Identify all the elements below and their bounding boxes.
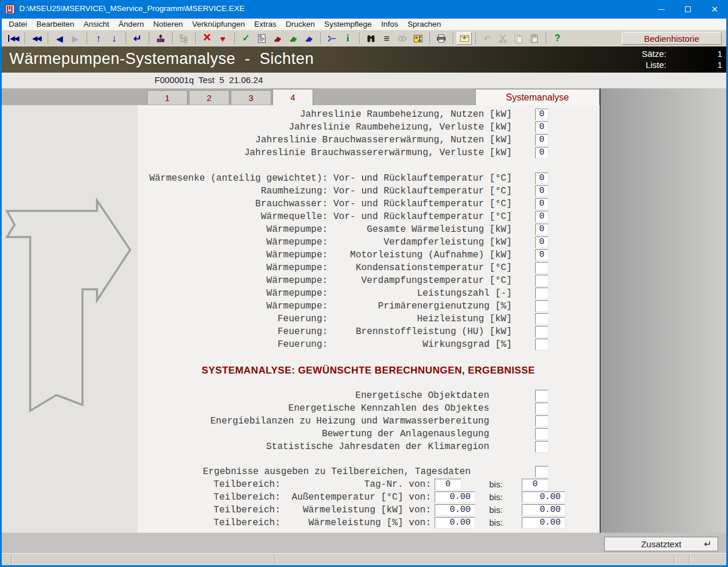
field-label: Wärmepumpe: Kondensationstemperatur [°C]: [138, 261, 512, 274]
image-icon[interactable]: [410, 31, 426, 45]
menu-item-notieren[interactable]: Notieren: [149, 19, 188, 30]
menu-item-bearbeiten[interactable]: Bearbeiten: [32, 19, 79, 30]
info-icon[interactable]: i: [340, 31, 356, 45]
delete-icon[interactable]: ×: [199, 31, 215, 45]
option-field[interactable]: [535, 403, 548, 414]
value-field[interactable]: [535, 339, 548, 350]
fast-back-icon[interactable]: ◀◀: [28, 31, 44, 45]
option-field[interactable]: [535, 428, 548, 440]
value-field[interactable]: 0: [535, 109, 548, 120]
bottom-strip: Zusatztext ↵: [2, 533, 726, 553]
fast-back-glyph: ◀◀: [32, 35, 40, 42]
mail-icon[interactable]: [457, 32, 472, 45]
tab-systemanalyse[interactable]: Systemanalyse: [475, 89, 600, 105]
menu-item-sprachen[interactable]: Sprachen: [403, 19, 446, 30]
document-icon[interactable]: [254, 31, 270, 45]
value-field[interactable]: 0: [535, 185, 548, 197]
tree-view-icon: [176, 31, 192, 45]
value-field[interactable]: 0: [535, 236, 548, 248]
form-row: Jahreslinie Brauchwassererwärmung, Verlu…: [138, 146, 600, 159]
menu-item-ansicht[interactable]: Ansicht: [79, 19, 114, 30]
menu-item-drucken[interactable]: Drucken: [281, 19, 320, 30]
confirm-icon[interactable]: ✓: [238, 31, 254, 45]
option-field[interactable]: [535, 390, 548, 401]
menu-item-ndern[interactable]: Ändern: [114, 19, 149, 30]
form-row: Energetische Objektdaten: [138, 389, 600, 402]
field-label: Jahreslinie Raumbeheizung, Nutzen [kW]: [138, 108, 512, 121]
form-row: Wärmepumpe: Leistungszahl [-]: [138, 287, 600, 300]
value-field[interactable]: [535, 326, 548, 338]
import-icon[interactable]: [153, 31, 168, 45]
menu-item-datei[interactable]: Datei: [4, 19, 32, 30]
minimize-icon: [658, 9, 665, 10]
flow-arrow-graphic: [2, 105, 138, 533]
value-field[interactable]: [535, 300, 548, 312]
back-icon[interactable]: ◀: [52, 31, 67, 45]
copy-icon: [511, 31, 526, 45]
menu-item-extras[interactable]: Extras: [250, 19, 281, 30]
toolbar-separator: [83, 33, 91, 44]
squirrel-blue-icon[interactable]: [301, 31, 317, 45]
close-button[interactable]: ×: [701, 0, 728, 19]
value-field[interactable]: 0: [535, 173, 548, 184]
value-field[interactable]: 0: [535, 224, 548, 235]
form-row: Wärmepumpe: Verdampferleistung [kW]0: [138, 236, 600, 249]
forward-glyph: ▶: [72, 34, 79, 43]
value-field[interactable]: 0: [535, 134, 548, 146]
von-field[interactable]: 0: [435, 479, 461, 490]
search-binoculars-icon[interactable]: [363, 31, 379, 45]
field-label: Wärmepumpe: Verdampferleistung [kW]: [138, 236, 512, 249]
menu-item-verknpfungen[interactable]: Verknüpfungen: [188, 19, 250, 30]
favorite-glyph: ♥: [220, 34, 225, 43]
bis-label: bis:: [489, 492, 503, 502]
print-icon[interactable]: [433, 31, 449, 45]
von-field[interactable]: 0.00: [435, 491, 475, 503]
branch-icon[interactable]: [324, 31, 340, 45]
liste-value: 1: [666, 59, 722, 70]
squirrel-green-icon[interactable]: [285, 31, 301, 45]
tab-page-2[interactable]: 2: [189, 90, 229, 105]
field-label: Wärmepumpe: Motorleistung (Aufnahme) [kW…: [138, 249, 512, 261]
info-glyph: i: [346, 34, 349, 43]
tab-page-3[interactable]: 3: [231, 90, 271, 105]
value-field[interactable]: 0: [535, 121, 548, 133]
status-bar: [2, 553, 726, 565]
form-row: Bewertung der Anlagenauslegung: [138, 428, 600, 440]
bedienhistorie-button[interactable]: Bedienhistorie: [622, 32, 722, 45]
bis-field[interactable]: 0.00: [522, 504, 565, 516]
list-icon[interactable]: ≡: [379, 31, 395, 45]
squirrel-red-icon[interactable]: [270, 31, 285, 45]
up-icon[interactable]: ↑: [91, 31, 106, 45]
value-field[interactable]: 0: [535, 249, 548, 261]
value-field[interactable]: 0: [535, 198, 548, 210]
bis-field[interactable]: 0.00: [522, 517, 565, 529]
bis-field[interactable]: 0.00: [522, 491, 565, 503]
von-field[interactable]: 0.00: [435, 504, 475, 516]
value-field[interactable]: [535, 262, 548, 274]
option-field[interactable]: [535, 466, 548, 478]
option-field[interactable]: [535, 441, 548, 453]
section-heading: SYSTEMANALYSE: GEWÜNSCHTE BERECHNUNGEN, …: [202, 365, 535, 376]
von-field[interactable]: 0.00: [435, 517, 475, 529]
value-field[interactable]: 0: [535, 211, 548, 223]
value-field[interactable]: [535, 288, 548, 299]
minimize-button[interactable]: [648, 0, 675, 19]
down-icon[interactable]: ↓: [106, 31, 122, 45]
favorite-icon[interactable]: ♥: [215, 31, 231, 45]
value-field[interactable]: [535, 313, 548, 325]
field-label: Raumheizung: Vor- und Rücklauftemperatur…: [138, 185, 512, 198]
maximize-button[interactable]: [675, 0, 701, 19]
bis-label: bis:: [489, 479, 503, 489]
option-field[interactable]: [535, 415, 548, 427]
value-field[interactable]: [535, 275, 548, 286]
value-field[interactable]: 0: [535, 147, 548, 159]
menu-item-systempflege[interactable]: Systempflege: [320, 19, 376, 30]
tab-page-1[interactable]: 1: [147, 90, 188, 105]
bis-field[interactable]: 0: [522, 479, 548, 490]
tab-page-4[interactable]: 4: [272, 89, 313, 105]
first-record-icon[interactable]: ◀◀: [5, 31, 21, 45]
help-icon[interactable]: ?: [550, 31, 565, 45]
menu-item-infos[interactable]: Infos: [376, 19, 403, 30]
enter-icon[interactable]: ↵: [130, 31, 145, 45]
zusatztext-button[interactable]: Zusatztext ↵: [604, 537, 718, 551]
